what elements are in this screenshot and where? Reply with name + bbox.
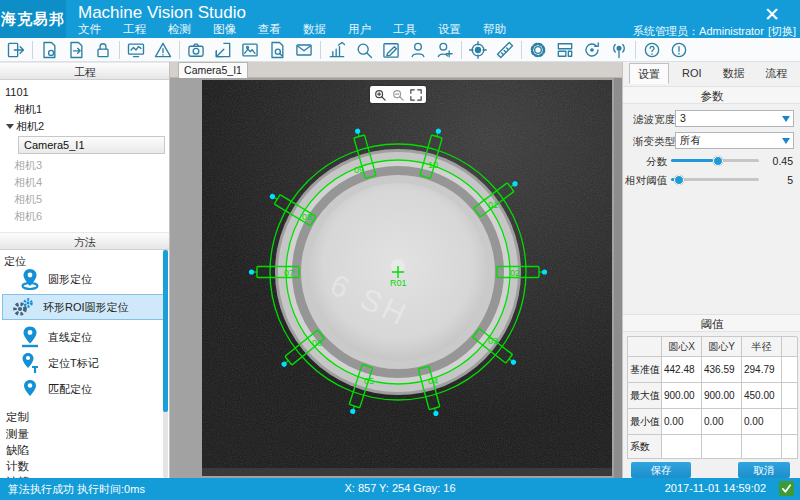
- method-line-locate[interactable]: 直线定位: [2, 324, 164, 350]
- save-button[interactable]: 保存: [631, 462, 691, 478]
- filter-width-dropdown[interactable]: 3: [675, 110, 794, 127]
- score-slider[interactable]: [671, 159, 759, 162]
- method-ring-roi-circle-locate[interactable]: 环形ROI圆形定位: [2, 294, 164, 320]
- menu-settings[interactable]: 设置: [438, 22, 461, 37]
- method-circle-locate[interactable]: 圆形定位: [2, 266, 164, 292]
- menu-tools[interactable]: 工具: [393, 22, 416, 37]
- mail-icon[interactable]: [293, 39, 315, 61]
- coeff-center-x[interactable]: [662, 435, 702, 459]
- max-center-x[interactable]: 900.00: [662, 383, 702, 409]
- monitor-signal-icon[interactable]: [125, 39, 147, 61]
- settings-gear-icon[interactable]: [527, 39, 549, 61]
- tab-camera5-i1[interactable]: Camera5_I1: [178, 62, 248, 78]
- max-center-y[interactable]: 900.00: [702, 383, 742, 409]
- rel-threshold-slider-thumb[interactable]: [674, 175, 684, 185]
- zoom-in-icon[interactable]: [373, 88, 387, 102]
- close-button[interactable]: ✕: [760, 2, 784, 26]
- menu-detect[interactable]: 检测: [168, 22, 191, 37]
- layout-panels-icon[interactable]: [554, 39, 576, 61]
- title-bar: 海克易邦 Machine Vision Studio ✕ 文件 工程 检测 图像…: [0, 0, 800, 38]
- tree-item-camera2-label: 相机2: [16, 120, 44, 132]
- tree-item-project-root[interactable]: 1101: [0, 84, 170, 101]
- antenna-icon[interactable]: [608, 39, 630, 61]
- menu-image[interactable]: 图像: [213, 22, 236, 37]
- add-user-icon[interactable]: [434, 39, 456, 61]
- gradient-type-dropdown[interactable]: 所有: [675, 132, 794, 149]
- tree-item-camera6[interactable]: 相机6: [0, 208, 170, 225]
- logout-icon[interactable]: [5, 39, 27, 61]
- row-empty-cell: [782, 409, 798, 435]
- switch-user-link[interactable]: [切换]: [768, 24, 796, 39]
- edit-board-icon[interactable]: [380, 39, 402, 61]
- document-settings-icon[interactable]: [38, 39, 60, 61]
- search-icon[interactable]: [353, 39, 375, 61]
- threshold-header: 阈值: [623, 314, 800, 332]
- max-radius[interactable]: 450.00: [742, 383, 782, 409]
- expander-triangle-icon[interactable]: [6, 124, 14, 129]
- tree-item-camera3[interactable]: 相机3: [0, 157, 170, 174]
- category-custom[interactable]: 定制: [6, 410, 156, 426]
- menu-user[interactable]: 用户: [348, 22, 371, 37]
- fit-view-icon[interactable]: [409, 88, 423, 102]
- zoom-out-icon[interactable]: [391, 88, 405, 102]
- ruler-icon[interactable]: [494, 39, 516, 61]
- menu-view[interactable]: 查看: [258, 22, 281, 37]
- tab-data[interactable]: 数据: [715, 63, 753, 84]
- menu-help[interactable]: 帮助: [483, 22, 506, 37]
- document-search-icon[interactable]: [266, 39, 288, 61]
- chart-trend-icon[interactable]: [326, 39, 348, 61]
- tab-flow[interactable]: 流程: [758, 63, 796, 84]
- coeff-radius[interactable]: [742, 435, 782, 459]
- coeff-center-y[interactable]: [702, 435, 742, 459]
- gradient-type-value: 所有: [680, 134, 701, 146]
- category-count[interactable]: 计数: [6, 459, 156, 475]
- sidebar-scrollbar[interactable]: [163, 250, 168, 478]
- main-toolbar: [0, 38, 800, 62]
- gradient-type-label: 渐变类型: [633, 135, 675, 149]
- min-center-y[interactable]: 0.00: [702, 409, 742, 435]
- baseline-center-y[interactable]: 436.59: [702, 357, 742, 383]
- target-icon[interactable]: [467, 39, 489, 61]
- min-radius[interactable]: 0.00: [742, 409, 782, 435]
- tree-item-camera5[interactable]: 相机5: [0, 191, 170, 208]
- lock-icon[interactable]: [92, 39, 114, 61]
- min-center-x[interactable]: 0.00: [662, 409, 702, 435]
- menu-project[interactable]: 工程: [123, 22, 146, 37]
- tab-roi[interactable]: ROI: [674, 63, 710, 84]
- category-defect[interactable]: 缺陷: [6, 443, 156, 459]
- caliper-label: 05: [364, 376, 374, 386]
- rel-threshold-slider[interactable]: [671, 178, 759, 181]
- method-match-locate[interactable]: 匹配定位: [2, 376, 164, 402]
- image-canvas[interactable]: 6 SH 10 09 08 07 06: [202, 80, 612, 476]
- warning-icon[interactable]: [152, 39, 174, 61]
- user-area: 系统管理员：Administrator [切换]: [633, 24, 796, 39]
- tree-item-camera2[interactable]: 相机2: [0, 118, 170, 135]
- method-locate-t-mark[interactable]: 定位T标记: [2, 350, 164, 376]
- image-gallery-icon[interactable]: [239, 39, 261, 61]
- category-measure[interactable]: 测量: [6, 427, 156, 443]
- cancel-button[interactable]: 取消: [738, 462, 790, 478]
- toolbar-separator: [635, 41, 636, 59]
- threshold-table: 圆心X 圆心Y 半径 基准值 442.48 436.59 294.79 最大值 …: [627, 336, 797, 459]
- tree-item-camera1[interactable]: 相机1: [0, 101, 170, 118]
- menu-data[interactable]: 数据: [303, 22, 326, 37]
- baseline-center-x[interactable]: 442.48: [662, 357, 702, 383]
- tree-item-camera4[interactable]: 相机4: [0, 174, 170, 191]
- document-export-icon[interactable]: [65, 39, 87, 61]
- user-icon[interactable]: [407, 39, 429, 61]
- col-radius: 半径: [742, 337, 782, 357]
- help-icon[interactable]: [641, 39, 663, 61]
- refresh-icon[interactable]: [581, 39, 603, 61]
- col-empty: [782, 337, 798, 357]
- camera-image-with-annotations[interactable]: 6 SH 10 09 08 07 06: [202, 80, 612, 476]
- baseline-radius[interactable]: 294.79: [742, 357, 782, 383]
- menu-file[interactable]: 文件: [78, 22, 101, 37]
- about-icon[interactable]: [668, 39, 690, 61]
- score-slider-thumb[interactable]: [713, 156, 723, 166]
- circle-locate-pin-icon: [20, 268, 40, 290]
- tab-settings[interactable]: 设置: [629, 63, 669, 84]
- import-image-icon[interactable]: [212, 39, 234, 61]
- camera-icon[interactable]: [185, 39, 207, 61]
- tree-item-camera5-i1-selected[interactable]: Camera5_I1: [18, 136, 165, 154]
- scrollbar-thumb[interactable]: [163, 250, 168, 412]
